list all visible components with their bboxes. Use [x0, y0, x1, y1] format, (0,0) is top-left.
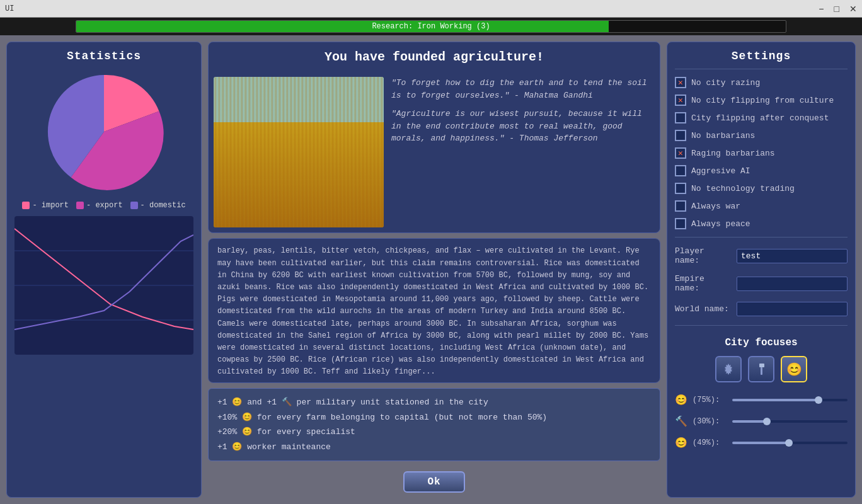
maximize-button[interactable]: □ — [834, 4, 839, 13]
world-name-input[interactable] — [737, 302, 848, 316]
checkbox-always-peace[interactable]: Always peace — [675, 217, 848, 231]
city-focuses-title: City focuses — [675, 337, 848, 348]
slider-happy-row: 😊 (49%): — [675, 437, 848, 449]
legend-import: - import — [22, 201, 69, 210]
legend-domestic: - domestic — [130, 201, 186, 210]
checkbox-no-tech-trading-box[interactable] — [675, 183, 686, 194]
quote2: "Agriculture is our wisest pursuit, beca… — [391, 108, 652, 145]
progress-bar-label: Research: Iron Working (3) — [76, 21, 786, 32]
checkbox-always-peace-label: Always peace — [691, 219, 750, 229]
slider-food-thumb[interactable] — [815, 396, 822, 404]
legend-dot-import — [22, 202, 30, 209]
checkbox-no-city-flipping-box[interactable] — [675, 94, 686, 106]
checkbox-no-city-razing-box[interactable] — [675, 77, 686, 88]
progress-bar-container: Research: Iron Working (3) — [0, 18, 862, 35]
chart-legend: - import - export - domestic — [14, 201, 193, 210]
pie-chart-container — [14, 69, 193, 195]
settings-title: Settings — [675, 50, 848, 62]
checkbox-always-war-box[interactable] — [675, 200, 686, 212]
focus-btn-hammer[interactable] — [748, 356, 774, 382]
focus-btn-happiness[interactable]: 😊 — [781, 356, 807, 382]
content-title: You have founded agriculture! — [209, 42, 660, 72]
center-panel: You have founded agriculture! — [208, 42, 660, 498]
slider-prod-thumb[interactable] — [763, 418, 771, 425]
player-name-row: Player name: — [675, 246, 848, 265]
slider-prod-fill — [732, 420, 767, 423]
player-name-label: Player name: — [675, 246, 732, 265]
slider-happy-icon: 😊 — [675, 437, 687, 449]
slider-prod-icon: 🔨 — [675, 415, 687, 428]
agriculture-image — [214, 77, 384, 227]
checkbox-raging-barbarians-box[interactable] — [675, 147, 686, 159]
slider-prod-track[interactable] — [732, 420, 848, 423]
checkbox-no-city-flipping[interactable]: No city flipping from culture — [675, 93, 848, 107]
slider-happy-track[interactable] — [732, 442, 848, 444]
ok-button[interactable]: Ok — [403, 471, 464, 493]
svg-rect-1 — [759, 364, 764, 367]
checkbox-raging-barbarians-label: Raging barbarians — [691, 149, 775, 158]
svg-rect-2 — [761, 367, 762, 375]
slider-food-row: 😊 (75%): — [675, 394, 848, 406]
gear-icon — [721, 362, 735, 376]
content-text-area[interactable]: "To forget how to dig the earth and to t… — [389, 72, 660, 232]
bonus-line-2: +10% 😊 for every farm belonging to capit… — [217, 410, 651, 425]
legend-label-export: - export — [86, 201, 123, 210]
title-bar: UI − □ ✕ — [0, 0, 862, 18]
legend-dot-export — [76, 202, 84, 209]
checkbox-no-barbarians-box[interactable] — [675, 130, 686, 141]
slider-prod-row: 🔨 (30%): — [675, 415, 848, 428]
ok-button-container: Ok — [208, 466, 660, 498]
settings-panel: Settings No city razing No city flipping… — [667, 42, 856, 498]
legend-label-import: - import — [32, 201, 69, 210]
scrollable-body-text[interactable]: barley, peas, lentils, bitter vetch, chi… — [208, 238, 660, 383]
slider-food-fill — [732, 399, 819, 401]
content-body: "To forget how to dig the earth and to t… — [209, 72, 660, 232]
bonus-line-4: +1 😊 worker mainteance — [217, 440, 651, 454]
checkbox-city-flipping-conquest-box[interactable] — [675, 112, 686, 123]
checkbox-raging-barbarians[interactable]: Raging barbarians — [675, 146, 848, 160]
slider-food-track[interactable] — [732, 399, 848, 401]
slider-happy-fill — [732, 442, 789, 444]
player-name-input[interactable] — [737, 249, 848, 263]
slider-happy-pct: (49%): — [692, 438, 727, 447]
main-area: Statistics - import - export — [0, 35, 862, 504]
checkbox-always-peace-box[interactable] — [675, 218, 686, 229]
quote1: "To forget how to dig the earth and to t… — [391, 77, 652, 101]
bonus-line-3: +20% 😊 for every specialist — [217, 425, 651, 439]
focus-btn-gear[interactable] — [715, 356, 742, 382]
checkbox-aggressive-ai-box[interactable] — [675, 165, 686, 176]
divider-1 — [675, 69, 848, 69]
focus-buttons: 😊 — [675, 356, 848, 382]
bonus-info-box: +1 😊 and +1 🔨 per military unit statione… — [208, 388, 660, 461]
world-name-row: World name: — [675, 302, 848, 316]
window-controls: − □ ✕ — [819, 4, 857, 13]
slider-food-icon: 😊 — [675, 394, 687, 406]
body-text: barley, peas, lentils, bitter vetch, chi… — [217, 246, 648, 376]
line-chart-container — [14, 216, 193, 490]
legend-dot-domestic — [130, 202, 138, 209]
checkbox-no-city-razing[interactable]: No city razing — [675, 76, 848, 89]
checkbox-aggressive-ai[interactable]: Aggresive AI — [675, 164, 848, 178]
bonus-line-1: +1 😊 and +1 🔨 per military unit statione… — [217, 395, 651, 410]
checkbox-no-tech-trading[interactable]: No technology trading — [675, 181, 848, 195]
legend-export: - export — [76, 201, 123, 210]
slider-happy-thumb[interactable] — [785, 439, 793, 447]
checkbox-no-barbarians[interactable]: No barbarians — [675, 129, 848, 142]
divider-2 — [675, 237, 848, 238]
close-button[interactable]: ✕ — [849, 4, 857, 13]
line-chart — [14, 216, 193, 355]
checkbox-no-barbarians-label: No barbarians — [691, 131, 755, 140]
progress-bar: Research: Iron Working (3) — [76, 20, 786, 33]
checkbox-city-flipping-conquest[interactable]: City flipping after conquest — [675, 111, 848, 125]
checkbox-no-city-razing-label: No city razing — [691, 78, 760, 88]
window-title: UI — [5, 4, 14, 13]
divider-3 — [675, 325, 848, 326]
minimize-button[interactable]: − — [819, 4, 824, 13]
checkbox-always-war[interactable]: Always war — [675, 199, 848, 213]
main-content-panel: You have founded agriculture! — [208, 42, 660, 233]
checkbox-no-tech-trading-label: No technology trading — [691, 184, 795, 193]
empire-name-input[interactable] — [737, 277, 848, 291]
empire-name-label: Empire name: — [675, 274, 732, 293]
world-name-label: World name: — [675, 304, 732, 314]
empire-name-row: Empire name: — [675, 274, 848, 293]
